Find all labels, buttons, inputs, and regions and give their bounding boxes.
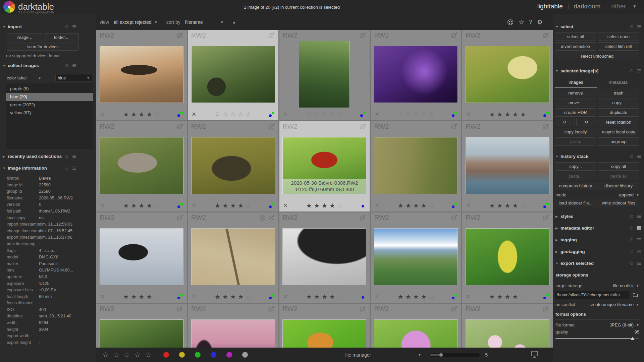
file-format-value[interactable]: JPEG (8-bit) [610,322,634,327]
star-icon[interactable]: ☆ [337,111,343,118]
collection-list-item[interactable]: purple (5) [6,85,93,93]
thumbnail-cell[interactable]: RW2 × ☆☆☆☆☆ [371,30,461,120]
paste-button[interactable]: paste... [555,172,596,180]
zoom-slider-knob[interactable] [439,353,443,357]
star-icon[interactable]: ☆ [520,293,526,301]
import-folder-button[interactable]: folder... [44,33,79,41]
star-icon[interactable]: ★ [520,111,526,118]
star-icon[interactable]: ★ [421,202,427,209]
reject-icon[interactable]: × [375,202,379,209]
presets-icon[interactable] [637,226,641,230]
star-icon[interactable]: ★ [406,293,411,301]
thumbnail-cell[interactable]: RW2 × ★★★★★ [462,30,553,120]
star-icon[interactable]: ★ [489,111,495,118]
duplicate-button[interactable]: duplicate [598,108,639,117]
slider-handle[interactable] [631,337,635,340]
star-icon[interactable]: ★ [314,202,320,209]
blue-label-filter[interactable] [211,352,216,358]
sort-by-value[interactable]: filename [185,19,203,25]
resync-local-copy-button[interactable]: resync local copy [598,128,639,136]
star-icon[interactable]: ☆ [406,111,411,118]
star-icon[interactable]: ★ [146,202,152,209]
star-icon[interactable]: ★ [139,293,144,301]
star-icon[interactable]: ★ [489,293,495,301]
red-label-filter[interactable] [163,352,169,358]
view-lighttable[interactable]: lighttable [537,3,563,10]
star-icon[interactable]: ★ [497,202,503,209]
reset-icon[interactable] [65,166,69,170]
star-icon[interactable]: ☆ [222,111,228,118]
reset-icon[interactable] [630,214,634,219]
presets-icon[interactable] [637,249,641,254]
star-icon[interactable]: ★ [489,202,495,209]
discard-history-button[interactable]: discard history [598,182,639,190]
reset-icon[interactable] [630,69,634,73]
star-icon[interactable]: ☆ [230,111,236,118]
thumbnail-cell[interactable]: RW2 × ★★★★☆ [371,121,461,212]
chevron-down-icon[interactable]: ▼ [154,20,158,24]
star-rating[interactable]: ☆☆☆☆☆ [215,111,251,118]
reject-icon[interactable]: × [283,293,288,300]
select-none-button[interactable]: select none [598,33,639,41]
quality-slider[interactable] [555,337,639,341]
photo-thumbnail[interactable] [466,46,549,103]
star-icon[interactable]: ★ [222,202,228,209]
rotate-cw-button[interactable]: ↻ [576,118,596,126]
reset-icon[interactable] [630,154,634,159]
reset-icon[interactable] [630,261,634,265]
star-icon[interactable]: ★ [413,293,419,301]
rating-filter-star[interactable]: ☆ [124,351,130,359]
star-icon[interactable]: ★ [123,202,129,209]
star-icon[interactable]: ★ [322,293,327,301]
rating-filter-star[interactable]: ☆ [145,351,151,359]
presets-icon[interactable] [72,166,76,170]
tagging-panel-header[interactable]: ▶ tagging [553,235,644,244]
star-icon[interactable]: ★ [222,293,228,301]
thumbnail-cell[interactable]: RW2 × ☆☆☆☆☆ [279,304,370,348]
reject-icon[interactable]: × [192,202,196,209]
photo-thumbnail[interactable] [283,229,366,285]
star-icon[interactable]: ★ [505,293,511,301]
create-hdr-button[interactable]: create HDR [555,108,596,117]
star-icon[interactable]: ★ [146,111,152,118]
thumbnail-cell[interactable]: RW2 × ★★★★☆ [96,213,187,303]
star-icon[interactable]: ☆ [314,111,320,118]
reset-icon[interactable] [630,238,634,242]
star-icon[interactable]: ★ [513,202,518,209]
star-icon[interactable]: ★ [146,293,152,301]
collection-list-item[interactable]: green (2072) [6,101,93,109]
reset-icon[interactable] [65,63,69,68]
display-profile-icon[interactable] [531,350,539,360]
browse-folder-icon[interactable] [631,291,639,299]
thumbnail-cell[interactable]: RW2 × ☆☆☆☆☆ [188,30,278,120]
star-rating[interactable]: ★★★★☆ [123,202,160,209]
thumbnail-cell[interactable]: RW2 × ★★★★☆ [462,121,553,212]
thumbnail-cell[interactable]: RW2 × ☆☆☆☆☆ [462,304,553,348]
photo-thumbnail[interactable] [466,229,549,285]
collection-list-item[interactable]: yellow (87) [6,109,93,117]
load-sidecar-file-button[interactable]: load sidecar file... [555,199,596,207]
history-mode-row[interactable]: mode append ▼ [555,192,639,197]
group-indicator-icon[interactable] [259,214,266,221]
presets-icon[interactable] [637,261,641,265]
thumbnail-cell[interactable]: RW2 × ★★★★☆ [188,213,278,303]
copy-locally-button[interactable]: copy locally [555,128,596,136]
thumbnail-cell[interactable]: RW2 × ☆☆☆☆☆ [188,304,278,348]
reject-icon[interactable]: × [100,202,105,209]
reject-icon[interactable]: × [192,293,196,300]
star-icon[interactable]: ★ [322,202,327,209]
preferences-gear-icon[interactable]: ⚙ [537,18,543,26]
star-icon[interactable]: ★ [123,293,129,301]
star-icon[interactable]: ☆ [337,293,343,301]
reject-icon[interactable]: × [466,202,471,209]
star-icon[interactable]: ★ [513,111,518,118]
copy-all-button[interactable]: copy all [598,162,639,171]
star-rating[interactable]: ★★★★☆ [306,293,343,301]
select-untouched-button[interactable]: select untouched [555,52,639,60]
thumbnail-cell[interactable]: RW2 × ★★★★☆ [96,121,187,212]
view-filter-value[interactable]: all except rejected [114,19,152,25]
star-icon[interactable]: ☆ [421,111,427,118]
star-rating[interactable]: ★★★★☆ [215,293,251,301]
purple-label-filter[interactable] [226,352,232,358]
star-icon[interactable]: ★ [306,293,312,301]
